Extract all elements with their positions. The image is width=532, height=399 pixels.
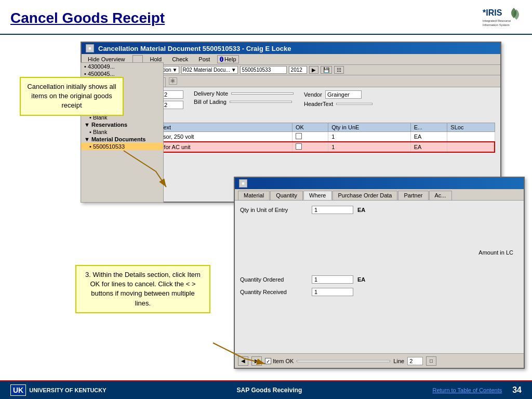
qty-ordered-uom: EA: [357, 276, 365, 283]
form-col-right: Vendor Grainger HeaderText: [304, 90, 373, 109]
svg-text:Integrated Resource: Integrated Resource: [483, 19, 511, 22]
qty-received-input[interactable]: 1: [312, 288, 353, 296]
headertext-input[interactable]: [336, 103, 373, 105]
col-ok: OK: [292, 123, 328, 132]
qty-ordered-input[interactable]: 1: [312, 275, 353, 284]
qty-entry-row: Qty in Unit of Entry 1 EA: [240, 206, 518, 214]
svg-text:Information System: Information System: [483, 23, 510, 26]
prev-item-btn[interactable]: ◀: [238, 356, 248, 366]
callout-2-text: 3. Within the Details section, click Ite…: [85, 271, 201, 307]
qty-entry-uom: EA: [357, 207, 365, 213]
qty-received-label: Quantity Received: [240, 289, 308, 295]
cell-ok-1[interactable]: [292, 132, 328, 142]
config-btn[interactable]: ☷: [334, 66, 344, 74]
col-qty: Qty in UnE: [328, 123, 410, 132]
sidebar-item-4500045[interactable]: • 4500045...: [81, 70, 163, 77]
sap-titlebar-1: ■ Cancellation Material Document 5500510…: [82, 43, 500, 54]
callout-box-1: Cancellation initially shows all items o…: [20, 77, 124, 116]
sidebar-material-doc-5500510533[interactable]: • 5500510533: [81, 143, 163, 150]
page-title: Cancel Goods Receipt: [10, 10, 165, 26]
item-ok-label: Item OK: [273, 358, 294, 364]
detail-content: Qty in Unit of Entry 1 EA Amount in LC Q…: [235, 201, 524, 305]
cell-sloc-2: [447, 142, 495, 152]
logo-area: *IRIS Integrated Resource Information Sy…: [480, 5, 522, 31]
sidebar-section-material-docs: ▼ Material Documents: [81, 136, 163, 143]
check-btn[interactable]: Check: [169, 55, 191, 63]
tab-where[interactable]: Where: [303, 191, 331, 200]
next-item-btn[interactable]: ▶: [251, 356, 262, 366]
window2-icon: ■: [239, 179, 247, 188]
doc-number-field[interactable]: 5500510533: [240, 66, 287, 74]
line-number[interactable]: 2: [407, 357, 423, 365]
detail-spacer: [240, 218, 518, 249]
tab-purchase-order[interactable]: Purchase Order Data: [332, 191, 398, 200]
cell-ok-2[interactable]: [292, 142, 328, 152]
status-input-field[interactable]: [297, 360, 390, 362]
bill-lading-label: Bill of Lading: [194, 99, 227, 105]
cell-qty-2: 1: [328, 142, 410, 152]
vendor-row: Vendor Grainger: [304, 90, 373, 99]
line-label: Line: [393, 358, 404, 364]
tab-material[interactable]: Material: [238, 191, 270, 200]
svg-text:*IRIS: *IRIS: [483, 8, 502, 17]
col-e: E...: [410, 123, 447, 132]
headertext-row: HeaderText: [304, 101, 373, 107]
ok-checkbox-2[interactable]: [296, 143, 302, 150]
footer-left: UK UNIVERSITY OF KENTUCKY: [10, 384, 107, 396]
ok-checkbox-1[interactable]: [296, 133, 302, 139]
cell-qty-1: 1: [328, 132, 410, 142]
qty-ordered-row: Quantity Ordered 1 EA: [240, 275, 518, 284]
page-header: Cancel Goods Receipt *IRIS Integrated Re…: [0, 0, 532, 35]
tab-partner[interactable]: Partner: [398, 191, 428, 200]
tab-extra-icon[interactable]: ⚛: [169, 77, 177, 85]
item-ok-checkbox[interactable]: ✓: [265, 358, 271, 364]
amount-label: Amount in LC: [478, 249, 513, 256]
footer-university: UNIVERSITY OF KENTUCKY: [29, 387, 106, 393]
footer-right-area: Return to Table of Contents 34: [432, 385, 522, 395]
delivery-note-label: Delivery Note: [194, 90, 228, 97]
sidebar-item-4300049[interactable]: • 4300049...: [81, 63, 163, 70]
qty-entry-label: Qty in Unit of Entry: [240, 207, 308, 213]
post-btn[interactable]: Post: [195, 55, 213, 63]
sap-window-2: ■ Material Quantity Where Purchase Order…: [234, 177, 525, 369]
cell-sloc-1: [447, 132, 495, 142]
help-icon: i: [220, 57, 223, 62]
bill-lading-input[interactable]: [230, 101, 292, 103]
footer-link[interactable]: Return to Table of Contents: [432, 387, 502, 393]
material-doc-dropdown[interactable]: R02 Material Docu... ▼: [181, 66, 238, 74]
qty-ordered-label: Quantity Ordered: [240, 276, 308, 283]
window-icon: ■: [86, 44, 94, 52]
vendor-input[interactable]: Grainger: [325, 90, 362, 99]
sap-statusbar: ◀ ▶ ✓ Item OK Line 2 □: [235, 353, 524, 368]
iris-logo: *IRIS Integrated Resource Information Sy…: [480, 5, 522, 31]
sap-titlebar-2: ■: [235, 178, 524, 189]
item-ok-container: ✓ Item OK: [265, 358, 294, 364]
expand-btn[interactable]: □: [426, 356, 436, 366]
footer-center: SAP Goods Receiving: [237, 387, 302, 394]
delivery-note-input[interactable]: [231, 92, 294, 95]
save-btn[interactable]: 💾: [321, 66, 332, 74]
help-btn[interactable]: i Help: [217, 55, 238, 63]
tab-quantity[interactable]: Quantity: [270, 191, 303, 200]
qty-entry-input[interactable]: 1: [312, 206, 353, 214]
qty-received-row: Quantity Received 1: [240, 288, 518, 296]
callout-1-text: Cancellation initially shows all items o…: [27, 83, 116, 109]
window-title-1: Cancellation Material Document 550051053…: [98, 45, 291, 52]
headertext-label: HeaderText: [304, 101, 333, 107]
detail-tabs: Material Quantity Where Purchase Order D…: [235, 189, 524, 201]
page-footer: UK UNIVERSITY OF KENTUCKY SAP Goods Rece…: [0, 380, 532, 399]
tab-ac[interactable]: Ac...: [429, 191, 452, 200]
col-sloc: SLoc: [447, 123, 495, 132]
callout-box-2: 3. Within the Details section, click Ite…: [75, 265, 210, 313]
vendor-label: Vendor: [304, 91, 322, 98]
sidebar-section-reservations: ▼ Reservations: [81, 121, 163, 128]
sidebar-reservations-blank[interactable]: • Blank: [81, 128, 163, 136]
execute-btn[interactable]: ▶: [309, 66, 318, 74]
page-number: 34: [512, 385, 522, 395]
year-field[interactable]: 2012: [289, 66, 307, 74]
bill-lading-row: Bill of Lading: [194, 99, 294, 105]
delivery-note-row: Delivery Note: [194, 90, 294, 97]
uk-logo: UK: [10, 384, 26, 396]
cell-e-2: EA: [410, 142, 447, 152]
form-col-mid: Delivery Note Bill of Lading: [194, 90, 294, 109]
